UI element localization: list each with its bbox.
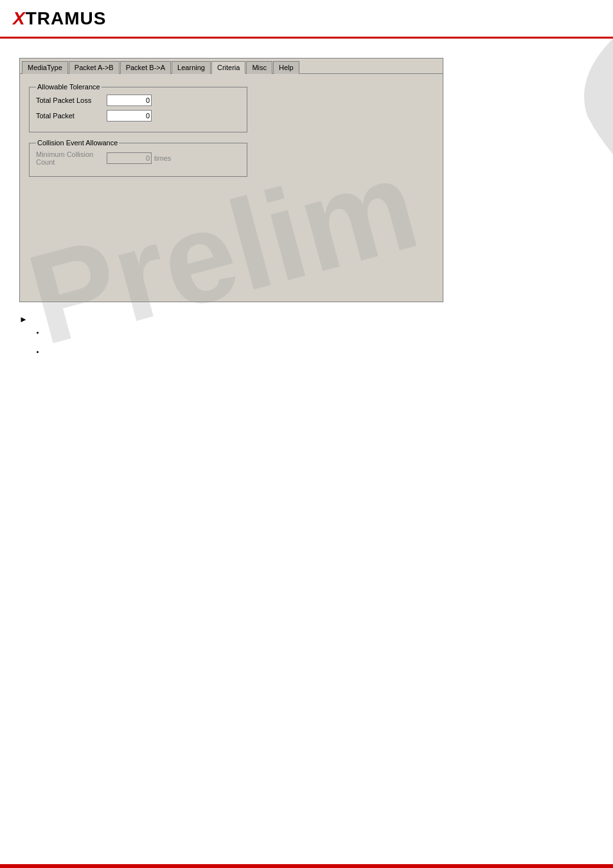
total-packet-label: Total Packet [36, 112, 107, 120]
tab-container: MediaType Packet A->B Packet B->A Learni… [19, 58, 443, 302]
content-below: ► [19, 314, 594, 355]
panel-content: Allowable Tolerance Total Packet Loss To… [20, 74, 443, 293]
collision-event-legend: Collision Event Allowance [36, 139, 119, 147]
min-collision-label: Minimum Collision Count [36, 150, 107, 166]
total-packet-loss-input[interactable] [107, 95, 152, 106]
tab-packet-ba[interactable]: Packet B->A [120, 61, 171, 74]
tab-learning[interactable]: Learning [172, 61, 211, 74]
total-packet-loss-label: Total Packet Loss [36, 96, 107, 104]
tab-help[interactable]: Help [273, 61, 299, 74]
main-content: MediaType Packet A->B Packet B->A Learni… [0, 39, 613, 379]
total-packet-row: Total Packet [36, 110, 240, 122]
times-suffix: times [154, 154, 171, 162]
bullet-item-2 [45, 347, 594, 355]
tab-mediatype[interactable]: MediaType [22, 61, 68, 74]
footer-bar [0, 864, 613, 868]
min-collision-row: Minimum Collision Count times [36, 150, 240, 166]
total-packet-input[interactable] [107, 110, 152, 122]
tab-criteria[interactable]: Criteria [211, 61, 245, 74]
bullet-item-1 [45, 328, 594, 336]
tab-bar: MediaType Packet A->B Packet B->A Learni… [20, 59, 443, 74]
allowable-tolerance-legend: Allowable Tolerance [36, 83, 102, 91]
tab-misc[interactable]: Misc [246, 61, 272, 74]
arrow-item: ► [19, 314, 594, 324]
header: XTRAMUS [0, 0, 613, 39]
tab-packet-ab[interactable]: Packet A->B [69, 61, 120, 74]
total-packet-loss-row: Total Packet Loss [36, 95, 240, 106]
allowable-tolerance-group: Allowable Tolerance Total Packet Loss To… [29, 83, 247, 132]
logo: XTRAMUS [13, 8, 106, 29]
arrow-icon: ► [19, 314, 28, 324]
logo-rest: TRAMUS [26, 8, 107, 28]
collision-event-group: Collision Event Allowance Minimum Collis… [29, 139, 247, 177]
bullet-list [19, 328, 594, 355]
min-collision-input[interactable] [107, 152, 152, 164]
logo-x: X [13, 8, 26, 28]
